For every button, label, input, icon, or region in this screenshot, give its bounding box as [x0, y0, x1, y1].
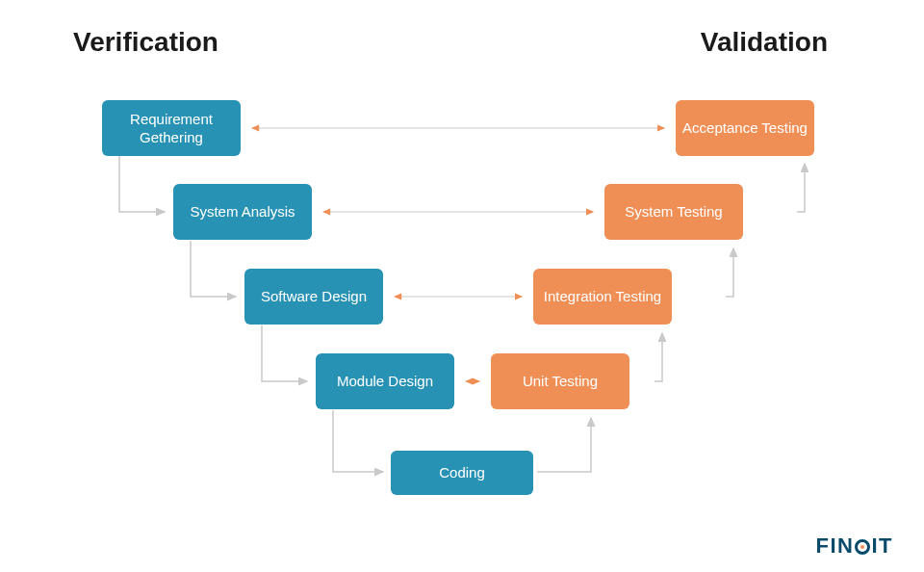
- box-module-design: Module Design: [316, 353, 454, 409]
- box-software-design: Software Design: [244, 269, 383, 325]
- verification-heading: Verification: [73, 27, 218, 58]
- box-system-testing: System Testing: [604, 184, 743, 240]
- box-label: Software Design: [261, 287, 367, 306]
- validation-heading: Validation: [701, 27, 828, 58]
- box-requirement-gathering: Requirement Gethering: [102, 100, 241, 156]
- box-coding: Coding: [391, 451, 533, 495]
- box-integration-testing: Integration Testing: [533, 269, 672, 325]
- logo-o-icon: [855, 539, 870, 555]
- box-system-analysis: System Analysis: [173, 184, 312, 240]
- box-label: Integration Testing: [544, 287, 661, 306]
- box-label: Module Design: [337, 372, 433, 391]
- box-label: Acceptance Testing: [682, 118, 808, 138]
- box-label: System Analysis: [190, 202, 295, 221]
- logo-text-part: IT: [871, 533, 893, 559]
- finoit-logo: FINIT: [815, 533, 893, 559]
- box-acceptance-testing: Acceptance Testing: [676, 100, 814, 156]
- logo-text-part: FIN: [815, 533, 854, 559]
- box-label: Coding: [439, 463, 485, 482]
- box-label: Requirement Gethering: [108, 110, 235, 147]
- box-label: System Testing: [625, 202, 722, 221]
- box-label: Unit Testing: [523, 372, 598, 391]
- box-unit-testing: Unit Testing: [491, 353, 629, 409]
